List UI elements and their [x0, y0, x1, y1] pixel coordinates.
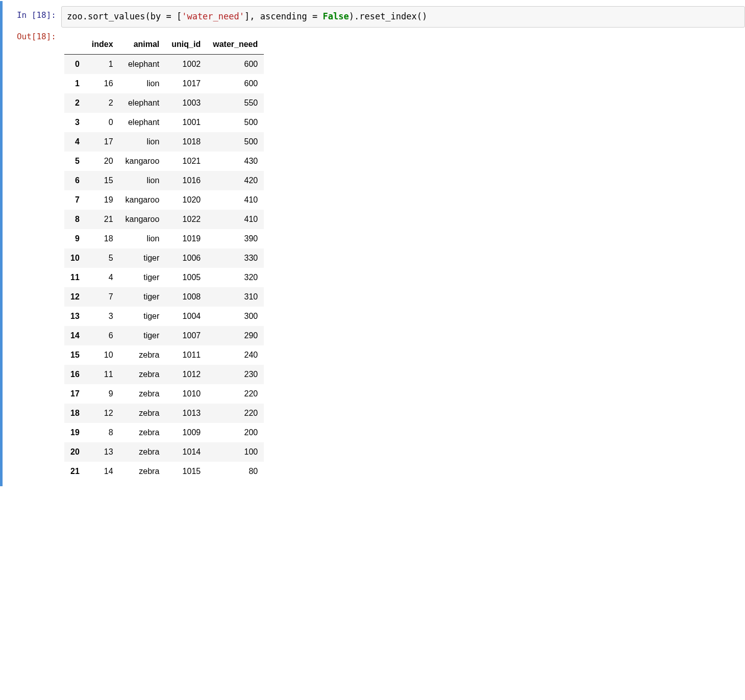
row-index: 3: [64, 113, 86, 132]
cell-water_need: 390: [207, 229, 264, 248]
cell-water_need: 330: [207, 248, 264, 268]
table-row: 1510zebra1011240: [64, 345, 264, 365]
row-index: 9: [64, 229, 86, 248]
cell-water_need: 430: [207, 152, 264, 171]
cell-uniq_id: 1005: [165, 268, 207, 287]
cell-index: 10: [86, 345, 119, 365]
cell-animal: lion: [119, 132, 166, 152]
code-input[interactable]: zoo.sort_values(by = ['water_need'], asc…: [61, 6, 745, 28]
table-row: 1812zebra1013220: [64, 404, 264, 423]
cell-water_need: 300: [207, 307, 264, 326]
cell-index: 11: [86, 365, 119, 384]
table-row: 2013zebra1014100: [64, 442, 264, 462]
cell-index: 2: [86, 93, 119, 113]
table-header-blank: [64, 35, 86, 55]
row-index: 8: [64, 210, 86, 229]
table-row: 30elephant1001500: [64, 113, 264, 132]
table-row: 127tiger1008310: [64, 287, 264, 307]
table-row: 198zebra1009200: [64, 423, 264, 442]
cell-water_need: 550: [207, 93, 264, 113]
row-index: 12: [64, 287, 86, 307]
notebook-cell: In [18]: zoo.sort_values(by = ['water_ne…: [0, 1, 745, 486]
cell-animal: zebra: [119, 345, 166, 365]
cell-water_need: 230: [207, 365, 264, 384]
cell-index: 16: [86, 74, 119, 93]
cell-uniq_id: 1017: [165, 74, 207, 93]
cell-water_need: 100: [207, 442, 264, 462]
cell-uniq_id: 1021: [165, 152, 207, 171]
cell-uniq_id: 1019: [165, 229, 207, 248]
code-token: False: [323, 11, 349, 21]
cell-index: 3: [86, 307, 119, 326]
cell-animal: lion: [119, 229, 166, 248]
row-index: 7: [64, 190, 86, 210]
cell-index: 1: [86, 54, 119, 74]
cell-water_need: 310: [207, 287, 264, 307]
cell-index: 17: [86, 132, 119, 152]
cell-animal: kangaroo: [119, 210, 166, 229]
row-index: 4: [64, 132, 86, 152]
table-row: 114tiger1005320: [64, 268, 264, 287]
row-index: 2: [64, 93, 86, 113]
row-index: 6: [64, 171, 86, 190]
cell-water_need: 410: [207, 210, 264, 229]
table-row: 179zebra1010220: [64, 384, 264, 404]
dataframe-table: index animal uniq_id water_need 01elepha…: [64, 35, 264, 481]
cell-animal: zebra: [119, 404, 166, 423]
cell-water_need: 600: [207, 74, 264, 93]
cell-index: 12: [86, 404, 119, 423]
cell-index: 6: [86, 326, 119, 345]
cell-index: 18: [86, 229, 119, 248]
cell-index: 14: [86, 462, 119, 481]
cell-animal: tiger: [119, 287, 166, 307]
cell-animal: zebra: [119, 365, 166, 384]
table-row: 105tiger1006330: [64, 248, 264, 268]
table-row: 417lion1018500: [64, 132, 264, 152]
cell-index: 13: [86, 442, 119, 462]
table-row: 116lion1017600: [64, 74, 264, 93]
input-row: In [18]: zoo.sort_values(by = ['water_ne…: [3, 6, 745, 28]
row-index: 16: [64, 365, 86, 384]
table-row: 01elephant1002600: [64, 54, 264, 74]
cell-uniq_id: 1010: [165, 384, 207, 404]
cell-uniq_id: 1015: [165, 462, 207, 481]
table-header-uniq-id: uniq_id: [165, 35, 207, 55]
cell-water_need: 410: [207, 190, 264, 210]
cell-index: 9: [86, 384, 119, 404]
table-header-row: index animal uniq_id water_need: [64, 35, 264, 55]
output-prompt: Out[18]:: [3, 28, 61, 41]
row-index: 21: [64, 462, 86, 481]
cell-index: 5: [86, 248, 119, 268]
cell-animal: kangaroo: [119, 190, 166, 210]
cell-uniq_id: 1002: [165, 54, 207, 74]
table-row: 22elephant1003550: [64, 93, 264, 113]
row-index: 15: [64, 345, 86, 365]
output-row: Out[18]: index animal uniq_id water_need…: [3, 28, 745, 481]
cell-index: 8: [86, 423, 119, 442]
cell-uniq_id: 1014: [165, 442, 207, 462]
row-index: 1: [64, 74, 86, 93]
cell-index: 7: [86, 287, 119, 307]
table-row: 615lion1016420: [64, 171, 264, 190]
row-index: 18: [64, 404, 86, 423]
cell-animal: tiger: [119, 307, 166, 326]
table-row: 133tiger1004300: [64, 307, 264, 326]
cell-uniq_id: 1004: [165, 307, 207, 326]
cell-uniq_id: 1001: [165, 113, 207, 132]
code-token: ).reset_index(): [349, 11, 428, 21]
cell-uniq_id: 1007: [165, 326, 207, 345]
cell-index: 21: [86, 210, 119, 229]
cell-animal: elephant: [119, 54, 166, 74]
cell-uniq_id: 1008: [165, 287, 207, 307]
table-row: 146tiger1007290: [64, 326, 264, 345]
row-index: 13: [64, 307, 86, 326]
cell-uniq_id: 1013: [165, 404, 207, 423]
cell-animal: lion: [119, 171, 166, 190]
cell-animal: lion: [119, 74, 166, 93]
table-row: 2114zebra101580: [64, 462, 264, 481]
cell-water_need: 500: [207, 113, 264, 132]
table-row: 918lion1019390: [64, 229, 264, 248]
row-index: 10: [64, 248, 86, 268]
code-token: 'water_need': [182, 11, 244, 21]
row-index: 14: [64, 326, 86, 345]
